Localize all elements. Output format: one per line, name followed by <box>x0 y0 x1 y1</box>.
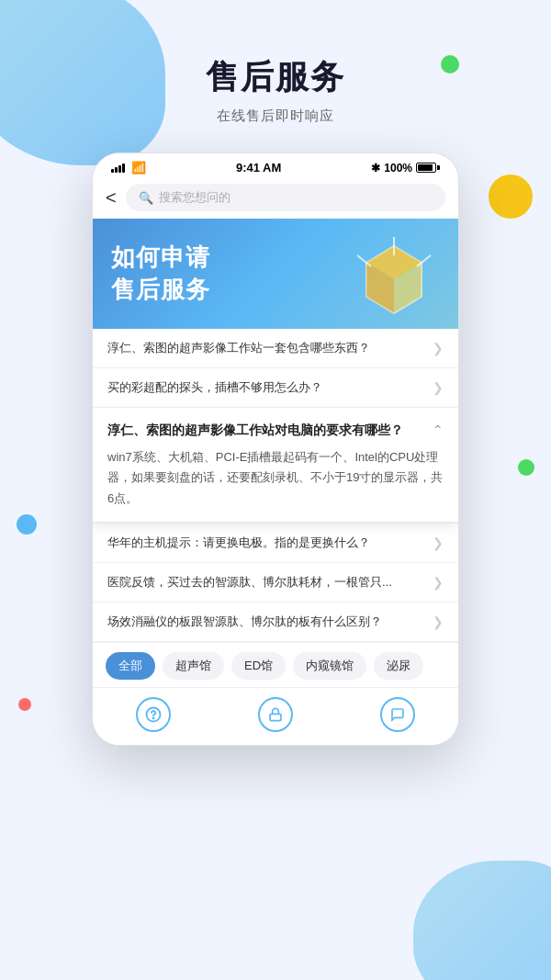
header-section: 售后服务 在线售后即时响应 <box>0 0 551 143</box>
back-button[interactable]: < <box>106 187 117 208</box>
banner-line2: 售后服务 <box>111 274 210 306</box>
status-bar: 📶 9:41 AM ✱ 100% <box>93 153 458 178</box>
search-input-box[interactable]: 🔍 搜索您想问的 <box>126 184 445 211</box>
faq-item-3-header[interactable]: 淳仁、索图的超声影像工作站对电脑的要求有哪些？ ⌃ <box>93 408 458 447</box>
phone-mockup: 📶 9:41 AM ✱ 100% < 🔍 搜索您想问的 如何申请 售后服务 <box>92 152 459 746</box>
faq-item-3-expanded: 淳仁、索图的超声影像工作站对电脑的要求有哪些？ ⌃ win7系统、大机箱、PCI… <box>93 408 458 523</box>
faq-chevron-2: ❯ <box>433 380 444 395</box>
search-bar-row: < 🔍 搜索您想问的 <box>93 178 458 219</box>
faq-item-4[interactable]: 华年的主机提示：请更换电极。指的是更换什么？ ❯ <box>93 524 458 563</box>
bg-dot-blue-left <box>17 514 37 535</box>
bg-dot-red <box>18 698 31 711</box>
category-tabs: 全部 超声馆 ED馆 内窥镜馆 泌尿 <box>93 642 458 687</box>
faq-item-5-text: 医院反馈，买过去的智源肽、博尔肽耗材，一根管只... <box>107 574 433 591</box>
nav-chat[interactable] <box>380 697 415 732</box>
faq-chevron-1: ❯ <box>433 341 444 355</box>
category-ed[interactable]: ED馆 <box>231 652 286 680</box>
faq-chevron-5: ❯ <box>433 575 444 590</box>
faq-item-4-text: 华年的主机提示：请更换电极。指的是更换什么？ <box>107 535 433 551</box>
status-time: 9:41 AM <box>236 161 281 175</box>
status-left: 📶 <box>111 161 146 175</box>
battery-percent: 100% <box>384 162 412 175</box>
battery-body <box>416 163 436 173</box>
nav-help[interactable] <box>136 697 171 732</box>
signal-bar-3 <box>118 165 121 173</box>
faq-item-6[interactable]: 场效消融仪的板跟智源肽、博尔肽的板有什么区别？ ❯ <box>93 603 458 642</box>
bg-decoration-bottom-right <box>413 861 551 980</box>
wifi-icon: 📶 <box>131 161 146 175</box>
page-title: 售后服务 <box>0 55 551 100</box>
category-all[interactable]: 全部 <box>106 652 155 680</box>
status-right: ✱ 100% <box>371 162 440 175</box>
signal-bars <box>111 163 125 173</box>
help-icon <box>136 697 171 732</box>
faq-list: 淳仁、索图的超声影像工作站一套包含哪些东西？ ❯ 买的彩超配的探头，插槽不够用怎… <box>93 329 458 642</box>
search-placeholder: 搜索您想问的 <box>159 189 231 206</box>
page-subtitle: 在线售后即时响应 <box>0 107 551 125</box>
banner: 如何申请 售后服务 <box>93 219 458 329</box>
faq-chevron-6: ❯ <box>433 614 444 629</box>
faq-chevron-4: ❯ <box>433 535 444 550</box>
category-endoscope[interactable]: 内窥镜馆 <box>293 652 366 680</box>
faq-item-1[interactable]: 淳仁、索图的超声影像工作站一套包含哪些东西？ ❯ <box>93 329 458 368</box>
banner-text: 如何申请 售后服务 <box>111 242 210 306</box>
nav-security[interactable] <box>258 697 293 732</box>
faq-chevron-up-3: ⌃ <box>433 422 444 437</box>
banner-line1: 如何申请 <box>111 242 210 274</box>
battery-tip <box>437 165 440 170</box>
battery-fill <box>418 164 433 171</box>
category-urology[interactable]: 泌尿 <box>374 652 423 680</box>
signal-bar-1 <box>111 169 114 173</box>
faq-item-6-text: 场效消融仪的板跟智源肽、博尔肽的板有什么区别？ <box>107 614 433 630</box>
faq-item-2[interactable]: 买的彩超配的探头，插槽不够用怎么办？ ❯ <box>93 368 458 408</box>
faq-item-3-body: win7系统、大机箱、PCI-E插槽最起码有一个、Intel的CPU处理器，如果… <box>93 447 458 521</box>
category-ultrasound[interactable]: 超声馆 <box>163 652 224 680</box>
svg-rect-9 <box>270 715 281 721</box>
bluetooth-icon: ✱ <box>371 162 380 175</box>
bottom-nav <box>93 687 458 745</box>
cube-svg <box>348 237 440 329</box>
lock-icon <box>258 697 293 732</box>
battery-icon <box>416 163 440 173</box>
bg-dot-green-right <box>518 459 534 476</box>
signal-bar-2 <box>115 167 118 173</box>
svg-point-8 <box>153 717 154 718</box>
chat-icon <box>380 697 415 732</box>
faq-item-2-text: 买的彩超配的探头，插槽不够用怎么办？ <box>107 379 433 396</box>
banner-decoration <box>348 237 440 329</box>
bg-dot-yellow <box>489 175 533 219</box>
faq-item-5[interactable]: 医院反馈，买过去的智源肽、博尔肽耗材，一根管只... ❯ <box>93 563 458 603</box>
signal-bar-4 <box>122 163 125 173</box>
search-icon: 🔍 <box>139 191 153 205</box>
faq-item-3-title: 淳仁、索图的超声影像工作站对电脑的要求有哪些？ <box>107 421 433 440</box>
faq-item-1-text: 淳仁、索图的超声影像工作站一套包含哪些东西？ <box>107 340 433 356</box>
